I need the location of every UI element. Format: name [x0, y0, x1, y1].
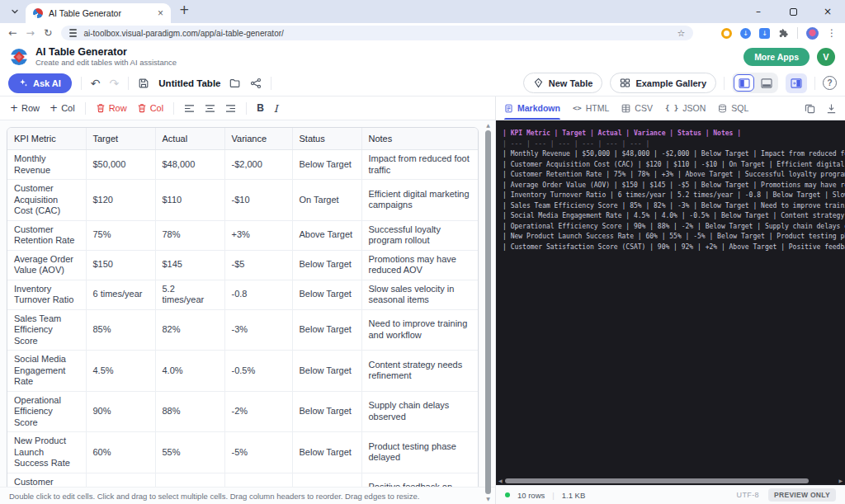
- table-cell[interactable]: +2%: [224, 473, 292, 487]
- add-col-button[interactable]: + Col: [50, 103, 75, 113]
- italic-button[interactable]: I: [274, 102, 278, 115]
- new-tab-button[interactable]: +: [179, 4, 190, 16]
- minimize-button[interactable]: –: [741, 0, 776, 23]
- table-cell[interactable]: Below Target: [292, 150, 361, 180]
- align-left-button[interactable]: [184, 104, 195, 113]
- table-cell[interactable]: $145: [155, 250, 224, 280]
- table-cell[interactable]: Impact from reduced foot traffic: [361, 150, 478, 180]
- table-cell[interactable]: 75%: [86, 220, 155, 250]
- tab-csv[interactable]: CSV: [621, 97, 653, 120]
- tab-html[interactable]: <> HTML: [573, 97, 609, 120]
- table-cell[interactable]: 4.0%: [155, 351, 224, 392]
- table-cell[interactable]: 55%: [155, 432, 224, 473]
- bold-button[interactable]: B: [257, 102, 264, 114]
- table-cell[interactable]: Customer Acquisition Cost (CAC): [7, 180, 86, 221]
- tab-markdown[interactable]: Markdown: [504, 97, 560, 120]
- split-view-button[interactable]: [734, 74, 754, 92]
- scroll-right-icon[interactable]: ▶: [838, 478, 843, 483]
- table-cell[interactable]: Average Order Value (AOV): [7, 250, 86, 280]
- extension-ring-icon[interactable]: [721, 28, 732, 39]
- column-header[interactable]: KPI Metric: [7, 128, 86, 150]
- scroll-left-icon[interactable]: ◀: [498, 478, 503, 483]
- ask-ai-button[interactable]: Ask AI: [8, 73, 72, 93]
- close-window-button[interactable]: ×: [810, 0, 845, 23]
- column-header[interactable]: Notes: [361, 128, 478, 150]
- table-cell[interactable]: $150: [86, 250, 155, 280]
- table-cell[interactable]: 85%: [86, 309, 155, 351]
- table-cell[interactable]: -$2,000: [224, 150, 292, 180]
- table-cell[interactable]: Below Target: [292, 391, 361, 432]
- tab-sql[interactable]: SQL: [718, 97, 748, 120]
- share-icon[interactable]: [250, 78, 262, 89]
- table-cell[interactable]: $120: [86, 180, 155, 221]
- bookmark-star-icon[interactable]: ☆: [677, 28, 686, 39]
- table-cell[interactable]: Successful loyalty program rollout: [361, 220, 478, 250]
- table-cell[interactable]: Below Target: [292, 280, 361, 309]
- table-cell[interactable]: $48,000: [155, 150, 224, 180]
- browser-menu-icon[interactable]: ⋮: [827, 27, 837, 39]
- table-cell[interactable]: 60%: [86, 432, 155, 473]
- example-gallery-button[interactable]: Example Gallery: [610, 73, 716, 93]
- table-cell[interactable]: Below Target: [292, 432, 361, 473]
- toggle-panel-button[interactable]: [786, 73, 807, 93]
- undo-icon[interactable]: ↶: [91, 78, 101, 89]
- align-right-button[interactable]: [225, 104, 236, 113]
- new-table-button[interactable]: New Table: [523, 73, 603, 93]
- maximize-button[interactable]: [776, 0, 810, 23]
- tab-search-button[interactable]: [7, 4, 22, 19]
- table-cell[interactable]: 88%: [155, 391, 224, 432]
- table-cell[interactable]: Below Target: [292, 351, 361, 392]
- forward-icon[interactable]: →: [26, 28, 34, 39]
- table-cell[interactable]: 78%: [155, 220, 224, 250]
- help-button[interactable]: ?: [823, 76, 837, 90]
- table-cell[interactable]: +3%: [224, 220, 292, 250]
- tab-json[interactable]: { } JSON: [665, 97, 706, 120]
- horizontal-view-button[interactable]: [756, 74, 777, 92]
- delete-col-button[interactable]: Col: [137, 103, 164, 113]
- tab-close-icon[interactable]: ×: [158, 8, 163, 18]
- scroll-down-icon[interactable]: ▼: [486, 496, 490, 502]
- table-cell[interactable]: -$5: [224, 250, 292, 280]
- browser-profile-avatar[interactable]: [806, 27, 819, 40]
- extension-download-square-icon[interactable]: ↓: [759, 28, 770, 39]
- table-cell[interactable]: 5.2 times/year: [155, 280, 224, 309]
- table-cell[interactable]: -0.8: [224, 280, 292, 309]
- table-cell[interactable]: Sales Team Efficiency Score: [7, 309, 86, 351]
- table-cell[interactable]: Slow sales velocity in seasonal items: [361, 280, 478, 309]
- table-cell[interactable]: Efficient digital marketing campaigns: [361, 180, 478, 221]
- table-cell[interactable]: 6 times/year: [86, 280, 155, 309]
- table-cell[interactable]: Above Target: [292, 220, 361, 250]
- table-cell[interactable]: Below Target: [292, 309, 361, 351]
- table-cell[interactable]: 82%: [155, 309, 224, 351]
- table-cell[interactable]: Supply chain delays observed: [361, 391, 478, 432]
- table-cell[interactable]: -5%: [224, 432, 292, 473]
- table-cell[interactable]: -$10: [224, 180, 292, 221]
- table-cell[interactable]: -2%: [224, 391, 292, 432]
- vertical-scrollbar[interactable]: ▲ ▼: [484, 122, 492, 502]
- table-cell[interactable]: Above Target: [292, 473, 361, 487]
- table-cell[interactable]: 90%: [86, 473, 155, 487]
- save-icon[interactable]: [138, 78, 149, 89]
- browser-tab[interactable]: AI Table Generator ×: [26, 3, 171, 23]
- open-folder-icon[interactable]: [229, 78, 241, 89]
- align-center-button[interactable]: [205, 104, 215, 113]
- table-cell[interactable]: On Target: [292, 180, 361, 221]
- extensions-puzzle-icon[interactable]: [778, 28, 789, 39]
- table-cell[interactable]: Promotions may have reduced AOV: [361, 250, 478, 280]
- table-cell[interactable]: Customer Retention Rate: [7, 220, 86, 250]
- table-cell[interactable]: Operational Efficiency Score: [7, 391, 86, 432]
- extension-download-circle-icon[interactable]: ↓: [740, 28, 751, 39]
- table-cell[interactable]: 92%: [155, 473, 224, 487]
- table-cell[interactable]: 4.5%: [86, 351, 155, 392]
- url-text[interactable]: ai-toolbox.visual-paradigm.com/app/ai-ta…: [83, 29, 670, 38]
- table-cell[interactable]: Product testing phase delayed: [361, 432, 478, 473]
- table-cell[interactable]: Content strategy needs refinement: [361, 351, 478, 392]
- redo-icon[interactable]: ↷: [110, 78, 120, 89]
- table-cell[interactable]: $110: [155, 180, 224, 221]
- table-cell[interactable]: Need to improve training and workflow: [361, 309, 478, 351]
- table-cell[interactable]: 90%: [86, 391, 155, 432]
- address-bar[interactable]: ai-toolbox.visual-paradigm.com/app/ai-ta…: [61, 26, 693, 40]
- table-cell[interactable]: New Product Launch Success Rate: [7, 432, 86, 473]
- scrollbar-thumb[interactable]: [485, 130, 491, 494]
- site-settings-icon[interactable]: [69, 29, 77, 36]
